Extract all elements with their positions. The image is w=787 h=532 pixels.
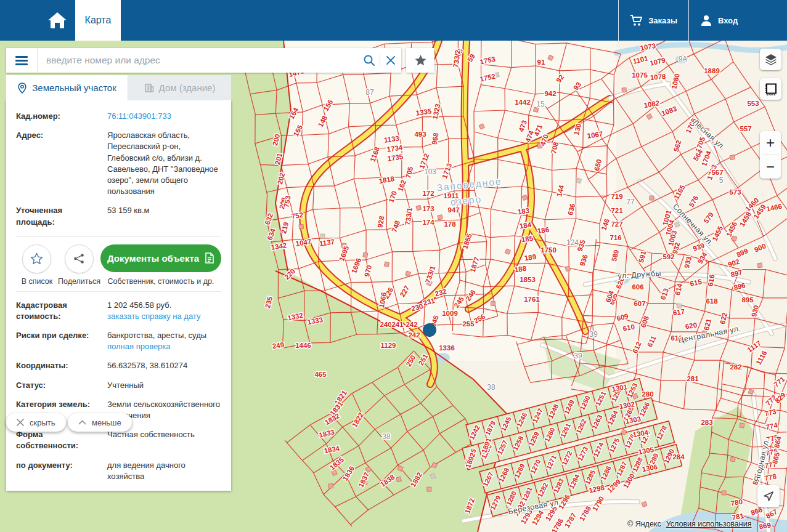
field-area: Уточненная площадь: 53 159 кв.м: [16, 205, 221, 227]
menu-button[interactable]: [6, 48, 38, 73]
order-certificate-link[interactable]: заказать справку на дату: [107, 312, 201, 321]
field-value: 1 202 456.58 руб.: [107, 300, 171, 310]
parcel-number-label: 39: [589, 330, 598, 339]
parcel-number-label: 242: [408, 331, 420, 339]
parcel-number-label: 241: [391, 321, 404, 328]
parcel-number-label: 9А: [679, 55, 688, 63]
field-cad-value: Кадастровая стоимость: 1 202 456.58 руб.…: [16, 300, 221, 322]
parcel-number-label: 77: [626, 198, 635, 206]
parcel-number-label: 567: [711, 169, 723, 176]
collapse-panel-button[interactable]: меньше: [68, 413, 132, 432]
tab-map[interactable]: Карта: [75, 0, 121, 41]
share-label: Поделиться: [58, 277, 100, 286]
measure-button[interactable]: [760, 78, 781, 100]
parcel-number-label: 15: [536, 100, 545, 108]
share-action: Поделиться: [58, 244, 100, 286]
parcel-number-label: 493: [414, 131, 426, 138]
tab-map-label: Карта: [85, 15, 112, 26]
topbar-spacer: [121, 0, 618, 41]
share-icon: [73, 253, 84, 264]
parcel-number-label: 1889: [704, 67, 720, 75]
parcel-number-label: 281: [687, 375, 699, 382]
add-to-list-label: В список: [22, 277, 53, 286]
field-label: по документу:: [16, 460, 107, 482]
parcel-number-label: 178: [444, 220, 456, 228]
hamburger-icon: [15, 54, 28, 67]
search-submit-button[interactable]: [359, 54, 380, 66]
parcel-number-label: 592: [663, 253, 674, 260]
parcel-number-label: 174: [422, 219, 434, 226]
field-value: Частная собственность: [107, 429, 221, 451]
zoom-out-button[interactable]: −: [760, 155, 781, 179]
panel-body: Кад.номер: 76:11:043901:733 Адрес: Яросл…: [6, 100, 231, 491]
parcel-number-label: 716: [610, 234, 621, 241]
search-icon: [363, 54, 375, 66]
parcel-number-label: 283: [701, 419, 712, 426]
parcel-number-label: 1750: [540, 246, 557, 254]
star-icon: [415, 55, 426, 66]
parcel-number-label: 465: [314, 371, 327, 378]
parcel-number-label: 1078: [650, 73, 666, 81]
favorites-button[interactable]: [406, 48, 434, 73]
share-button[interactable]: [65, 244, 94, 273]
field-ownership: Форма собственности: Частная собственнос…: [16, 429, 221, 451]
parcel-number-label: 255: [462, 320, 475, 328]
add-to-list-button[interactable]: [22, 244, 51, 273]
parcel-number-label: 173: [422, 205, 434, 212]
orders-label: Заказы: [648, 16, 677, 25]
zoom-in-button[interactable]: +: [760, 131, 781, 155]
parcel-number-label: 942: [544, 90, 556, 97]
field-value: 53 159 кв.м: [107, 205, 221, 227]
parcel-number-label: 1442: [515, 99, 531, 106]
close-icon: [17, 419, 24, 426]
locate-me-button[interactable]: [757, 485, 780, 507]
parcel-number-label: 1761: [524, 296, 540, 303]
parcel-number-label: 895: [741, 296, 754, 304]
parcel-number-label: 38: [382, 432, 391, 441]
field-label: Кад.номер:: [16, 111, 107, 122]
parcel-number-label: 242: [406, 321, 417, 328]
field-label: Уточненная площадь:: [16, 205, 107, 227]
field-label: Статус:: [16, 380, 107, 391]
parcel-number-label: 39: [574, 352, 582, 360]
terms-of-use-link[interactable]: Условия использования: [666, 520, 752, 528]
parcel-number-label: 282: [730, 363, 741, 371]
hide-panel-button[interactable]: скрыть: [6, 413, 66, 432]
parcel-number-label: 721: [611, 207, 623, 214]
parcel-number-label: 5: [719, 176, 724, 185]
login-label: Вход: [718, 16, 738, 25]
search-input[interactable]: [38, 55, 359, 66]
parcel-number-label: 1336: [439, 344, 455, 352]
clear-search-button[interactable]: [380, 55, 401, 65]
field-status: Статус: Учтенный: [16, 380, 221, 391]
field-permitted-use: по документу: для ведения дачного хозяйс…: [16, 460, 221, 482]
parcel-number-label: 240: [380, 321, 391, 328]
login-button[interactable]: Вход: [688, 0, 787, 41]
selected-parcel-marker[interactable]: [423, 324, 436, 337]
parcel-number-label: 87: [365, 88, 374, 97]
hide-panel-label: скрыть: [30, 418, 55, 427]
parcel-number-label: 1129: [381, 342, 396, 349]
ruler-icon: [764, 83, 778, 96]
cad-number-link[interactable]: 76:11:043901:733: [107, 111, 171, 121]
panel-tabs: Земельный участок Дом (здание): [6, 75, 231, 100]
parcel-number-label: 284: [672, 453, 685, 461]
object-documents-button[interactable]: Документы объекта: [100, 244, 221, 272]
home-button[interactable]: [39, 0, 75, 41]
field-value: 56.632578, 38.610274: [107, 360, 221, 371]
parcel-pin-icon: [17, 83, 27, 94]
tab-building-label: Дом (здание): [159, 83, 216, 93]
parcel-number-label: 557: [740, 125, 751, 132]
tab-building[interactable]: Дом (здание): [128, 75, 231, 100]
parcel-number-label: 1075: [632, 71, 648, 79]
building-icon: [144, 83, 154, 93]
chevron-up-icon: [78, 420, 86, 425]
parcel-number-label: 38: [487, 383, 495, 392]
field-value: банкротства, аресты, суды: [107, 331, 206, 340]
tab-land-parcel[interactable]: Земельный участок: [6, 75, 128, 100]
parcel-number-label: 124: [566, 238, 579, 247]
parcel-number-label: 727: [611, 220, 622, 228]
full-check-link[interactable]: полная проверка: [107, 342, 171, 351]
layers-button[interactable]: [760, 49, 781, 70]
orders-button[interactable]: Заказы: [618, 0, 688, 41]
